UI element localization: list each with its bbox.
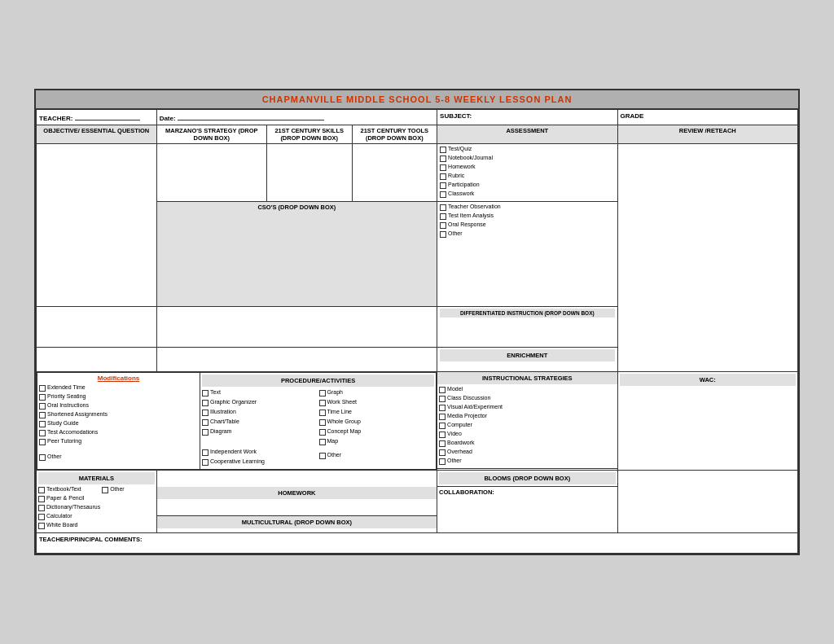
marzano-cell	[156, 144, 266, 202]
review-header: REVIEW /RETEACH	[617, 125, 797, 144]
materials-col1: Textbook/Text Paper & Pencil Dictionary/…	[38, 486, 100, 531]
objective-header: OBJECTIVE/ ESSENTIAL QUESTION	[37, 125, 157, 144]
lesson-plan-page: CHAPMANVILLE MIDDLE SCHOOL 5-8 WEEKLY LE…	[34, 89, 800, 555]
procedure-header: PROCEDURE/ACTIVITIES	[202, 375, 434, 387]
homework-header: HOMEWORK	[157, 487, 437, 499]
csos-content-cell-2	[156, 348, 437, 372]
enrichment-cell: ENRICHMENT	[437, 348, 617, 372]
review-instructional-cell: WAC:	[617, 372, 797, 471]
materials-cell: MATERIALS Textbook/Text Paper & Pencil D…	[37, 471, 157, 533]
homework-multicultural-cell: HOMEWORK MULTICULTURAL (DROP DOWN BOX)	[156, 471, 437, 533]
date-label: Date:	[156, 110, 437, 125]
multicultural-header: MULTICULTURAL (DROP DOWN BOX)	[157, 516, 437, 528]
procedure-col1: Text Graphic Organizer Illustration Char…	[202, 389, 318, 467]
review-cell	[617, 144, 797, 372]
modifications-cell: Modifications Extended Time Priority Sea…	[37, 373, 200, 470]
csos-content-cell	[156, 307, 437, 348]
objective-cell-3	[37, 348, 157, 372]
materials-header: MATERIALS	[38, 472, 155, 484]
century21-skills-cell	[266, 144, 352, 202]
instructional-strategies-header: INSTRUCTIONAL STRATEGIES	[437, 372, 617, 384]
century21-tools-header: 21ST CENTURY TOOLS (DROP DOWN BOX)	[352, 125, 437, 144]
comments-label: TEACHER/PRINCIPAL COMMENTS:	[39, 536, 142, 543]
instructional-strategies-list: Model Class Discussion Visual Aid/Experi…	[437, 384, 617, 468]
grade-label: GRADE	[617, 110, 797, 125]
marzano-header: MARZANO'S STRATEGY (DROP DOWN BOX)	[156, 125, 266, 144]
enrichment-header: ENRICHMENT	[440, 349, 614, 361]
assessment-cell-1: Test/Quiz Notebook/Journal Homework Rubr…	[437, 144, 617, 202]
assessment-cell-2: Teacher Observation Test Item Analysis O…	[437, 202, 617, 307]
modifications-label: Modifications	[39, 375, 198, 382]
comments-row: TEACHER/PRINCIPAL COMMENTS:	[37, 533, 798, 554]
century21-tools-cell	[352, 144, 437, 202]
blooms-header: BLOOMS (DROP DOWN BOX)	[439, 472, 615, 484]
teacher-label: TEACHER:	[37, 110, 157, 125]
blooms-instructional-cell: INSTRUCTIONAL STRATEGIES Model Class Dis…	[437, 372, 617, 471]
objective-cell	[37, 144, 157, 307]
century21-skills-header: 21ST CENTURY SKILLS (DROP DOWN BOX)	[266, 125, 352, 144]
wac-content-cell	[617, 471, 797, 533]
assessment-header: ASSESSMENT	[437, 125, 617, 144]
diff-instruction-header: DIFFERENTIATED INSTRUCTION (DROP DOWN BO…	[440, 309, 614, 318]
blooms-cell: BLOOMS (DROP DOWN BOX) COLLABORATION:	[437, 471, 617, 533]
procedure-area: Modifications Extended Time Priority Sea…	[37, 372, 437, 471]
csos-header: CSO'S (DROP DOWN BOX)	[156, 202, 437, 307]
page-title: CHAPMANVILLE MIDDLE SCHOOL 5-8 WEEKLY LE…	[36, 90, 798, 109]
diff-instruction-cell: DIFFERENTIATED INSTRUCTION (DROP DOWN BO…	[437, 307, 617, 348]
procedure-cell: PROCEDURE/ACTIVITIES Text Graphic Organi…	[200, 373, 437, 470]
materials-col2: Other	[102, 486, 154, 531]
procedure-col2: Graph Work Sheet Time Line Whole Group C…	[319, 389, 435, 467]
objective-cell-2	[37, 307, 157, 348]
subject-label: SUBJECT:	[437, 110, 617, 125]
wac-header: WAC:	[620, 374, 796, 386]
collaboration-label: COLLABORATION:	[439, 488, 615, 496]
